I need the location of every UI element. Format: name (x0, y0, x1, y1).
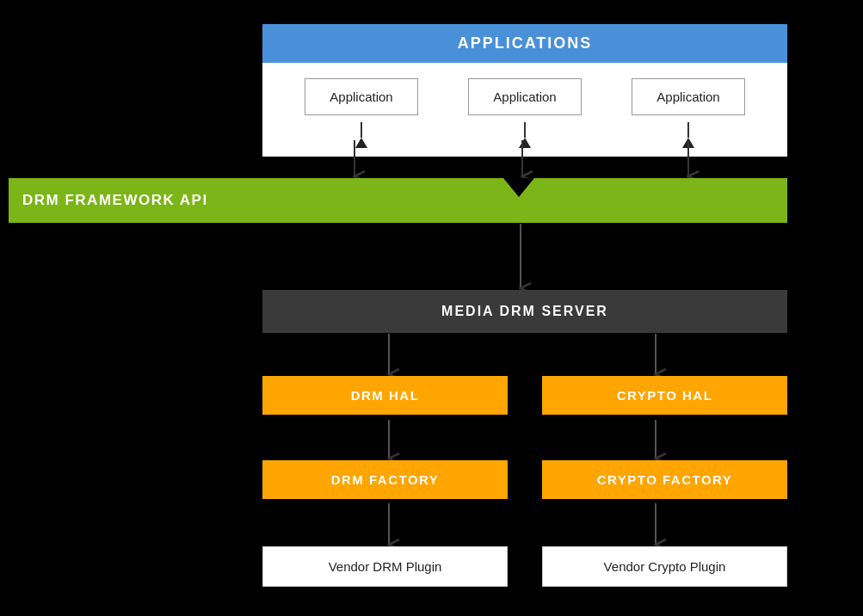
vendor-row: Vendor DRM Plugin Vendor Crypto Plugin (262, 546, 787, 587)
media-drm-label: MEDIA DRM SERVER (441, 304, 608, 319)
arrow-up-2 (519, 138, 531, 148)
apps-arrows-row (262, 122, 787, 157)
applications-header: APPLICATIONS (262, 24, 787, 63)
factory-row: DRM FACTORY CRYPTO FACTORY (262, 460, 787, 499)
hal-row: DRM HAL CRYPTO HAL (262, 376, 787, 415)
crypto-factory-box: CRYPTO FACTORY (542, 460, 787, 499)
app-arrow-2 (519, 122, 531, 148)
application-box-2: Application (468, 78, 581, 115)
drm-framework-block: DRM FRAMEWORK API (9, 178, 787, 223)
app-arrow-3 (682, 122, 694, 148)
drm-hal-box: DRM HAL (262, 376, 508, 415)
diagram-container: APPLICATIONS Application Application App… (0, 0, 863, 616)
drm-framework-label: DRM FRAMEWORK API (22, 192, 208, 209)
applications-body: Application Application Application (262, 63, 787, 122)
app-arrow-1 (355, 122, 367, 148)
vendor-crypto-box: Vendor Crypto Plugin (542, 546, 787, 587)
vendor-drm-box: Vendor DRM Plugin (262, 546, 508, 587)
arrow-line-1 (361, 122, 362, 138)
application-box-1: Application (305, 78, 417, 115)
crypto-hal-box: CRYPTO HAL (542, 376, 787, 415)
applications-block: APPLICATIONS Application Application App… (262, 24, 787, 157)
application-box-3: Application (632, 78, 744, 115)
drm-factory-box: DRM FACTORY (262, 460, 508, 499)
arrow-line-2 (524, 122, 526, 138)
arrow-line-3 (687, 122, 689, 138)
drm-notch (503, 178, 534, 197)
media-drm-block: MEDIA DRM SERVER (262, 290, 787, 333)
arrow-up-3 (682, 138, 694, 148)
arrow-up-1 (355, 138, 367, 148)
